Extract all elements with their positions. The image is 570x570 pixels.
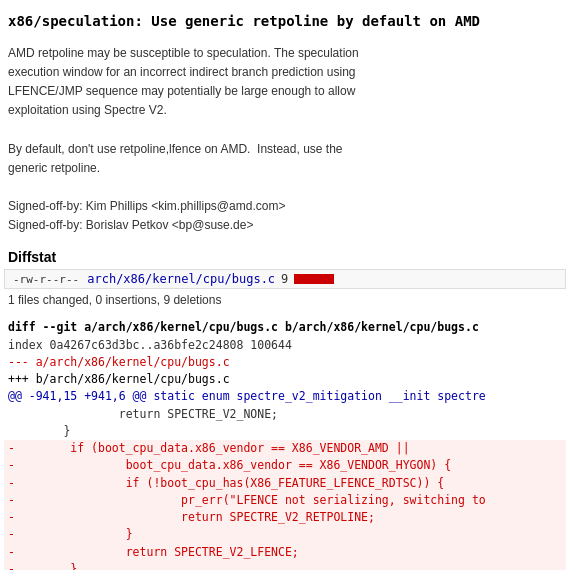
diffstat-count: 9 (281, 272, 288, 286)
diff-plus-file: +++ b/arch/x86/kernel/cpu/bugs.c (4, 371, 566, 388)
diff-line-item: } (4, 423, 566, 440)
diff-line-item: - } (4, 561, 566, 570)
diff-line-item: - } (4, 526, 566, 543)
diff-line-item: - if (!boot_cpu_has(X86_FEATURE_LFENCE_R… (4, 475, 566, 492)
commit-title: x86/speculation: Use generic retpoline b… (0, 8, 570, 40)
diff-minus-file: --- a/arch/x86/kernel/cpu/bugs.c (4, 354, 566, 371)
diff-line-item: - pr_err("LFENCE not serializing, switch… (4, 492, 566, 509)
diffstat-bar (294, 274, 334, 284)
diff-lines-container: return SPECTRE_V2_NONE; }- if (boot_cpu_… (4, 406, 566, 570)
diff-line-item: - if (boot_cpu_data.x86_vendor == X86_VE… (4, 440, 566, 457)
diff-line-item: return SPECTRE_V2_NONE; (4, 406, 566, 423)
diffstat-perms: -rw-r--r-- (13, 273, 79, 286)
page-container: x86/speculation: Use generic retpoline b… (0, 0, 570, 570)
diffstat-file-link[interactable]: arch/x86/kernel/cpu/bugs.c (87, 272, 275, 286)
diffstat-row: -rw-r--r-- arch/x86/kernel/cpu/bugs.c 9 (4, 269, 566, 289)
diff-block: diff --git a/arch/x86/kernel/cpu/bugs.c … (0, 319, 570, 570)
diffstat-header: Diffstat (0, 239, 570, 269)
diff-header-2: index 0a4267c63d3bc..a36bfe2c24808 10064… (4, 337, 566, 354)
commit-body: AMD retpoline may be susceptible to spec… (0, 40, 570, 240)
diff-hunk: @@ -941,15 +941,6 @@ static enum spectre… (4, 388, 566, 405)
diff-line-item: - return SPECTRE_V2_RETPOLINE; (4, 509, 566, 526)
diff-line-item: - boot_cpu_data.x86_vendor == X86_VENDOR… (4, 457, 566, 474)
files-changed: 1 files changed, 0 insertions, 9 deletio… (0, 289, 570, 311)
diff-line-item: - return SPECTRE_V2_LFENCE; (4, 544, 566, 561)
diff-header-1: diff --git a/arch/x86/kernel/cpu/bugs.c … (4, 319, 566, 336)
